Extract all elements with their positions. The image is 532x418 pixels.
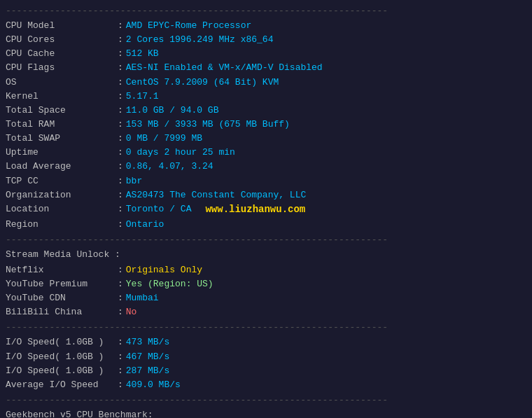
row-label: Average I/O Speed	[6, 378, 118, 392]
row-label: CPU Cores	[6, 33, 118, 47]
list-item: Average I/O Speed: 409.0 MB/s	[6, 378, 526, 392]
row-value: 0 days 2 hour 25 min	[126, 146, 235, 160]
io-speed-section: I/O Speed( 1.0GB ): 473 MB/sI/O Speed( 1…	[6, 335, 526, 392]
row-label: Region	[6, 218, 118, 232]
row-colon: :	[118, 61, 123, 75]
row-colon: :	[118, 350, 123, 364]
row-label: YouTube CDN	[6, 291, 118, 305]
row-label: I/O Speed( 1.0GB )	[6, 350, 118, 364]
divider-io: ----------------------------------------…	[6, 322, 526, 333]
list-item: I/O Speed( 1.0GB ): 473 MB/s	[6, 335, 526, 349]
row-colon: :	[118, 218, 123, 232]
list-item: Total SWAP: 0 MB / 7999 MB	[6, 132, 526, 146]
list-item: CPU Cores: 2 Cores 1996.249 MHz x86_64	[6, 33, 526, 47]
row-colon: :	[118, 47, 123, 61]
row-value: 467 MB/s	[126, 350, 169, 364]
row-value: 287 MB/s	[126, 364, 169, 378]
list-item: OS: CentOS 7.9.2009 (64 Bit) KVM	[6, 76, 526, 90]
row-value: 512 KB	[126, 47, 159, 61]
list-item: TCP CC: bbr	[6, 174, 526, 188]
row-label: I/O Speed( 1.0GB )	[6, 364, 118, 378]
row-label: TCP CC	[6, 174, 118, 188]
row-colon: :	[118, 277, 123, 291]
list-item: Load Average: 0.86, 4.07, 3.24	[6, 160, 526, 174]
row-label: Load Average	[6, 160, 118, 174]
list-item: Total RAM: 153 MB / 3933 MB (675 MB Buff…	[6, 118, 526, 132]
row-value: bbr	[126, 174, 142, 188]
row-colon: :	[118, 291, 123, 305]
row-colon: :	[118, 202, 123, 218]
list-item: Netflix: Originals Only	[6, 263, 526, 277]
list-item: I/O Speed( 1.0GB ): 467 MB/s	[6, 350, 526, 364]
row-colon: :	[118, 104, 123, 118]
row-colon: :	[118, 364, 123, 378]
row-label: Total Space	[6, 104, 118, 118]
row-colon: :	[118, 90, 123, 104]
list-item: BiliBili China: No	[6, 305, 526, 319]
row-colon: :	[118, 305, 123, 319]
list-item: Location: Toronto / CAwww.liuzhanwu.com	[6, 202, 526, 218]
row-colon: :	[118, 335, 123, 349]
row-value: Mumbai	[126, 291, 159, 305]
row-label: I/O Speed( 1.0GB )	[6, 335, 118, 349]
divider-top: ----------------------------------------…	[6, 6, 526, 16]
divider-stream: ----------------------------------------…	[6, 235, 526, 245]
row-value: AES-NI Enabled & VM-x/AMD-V Disabled	[126, 61, 323, 75]
row-label: CPU Flags	[6, 61, 118, 75]
row-colon: :	[118, 174, 123, 188]
row-label: BiliBili China	[6, 305, 118, 319]
row-label: Location	[6, 202, 118, 218]
row-label: Uptime	[6, 146, 118, 160]
row-value: AS20473 The Constant Company, LLC	[126, 188, 306, 202]
row-value: Ontario	[126, 218, 164, 232]
row-value: AMD EPYC-Rome Processor	[126, 19, 251, 33]
row-label: CPU Cache	[6, 47, 118, 61]
row-label: Netflix	[6, 263, 118, 277]
row-label: Organization	[6, 188, 118, 202]
row-label: OS	[6, 76, 118, 90]
row-value: 11.0 GB / 94.0 GB	[126, 104, 219, 118]
geekbench-section-title: Geekbench v5 CPU Benchmark:	[6, 408, 526, 418]
list-item: Uptime: 0 days 2 hour 25 min	[6, 146, 526, 160]
row-colon: :	[118, 378, 123, 392]
row-value: 473 MB/s	[126, 335, 169, 349]
list-item: I/O Speed( 1.0GB ): 287 MB/s	[6, 364, 526, 378]
row-value: 0 MB / 7999 MB	[126, 132, 202, 146]
row-colon: :	[118, 263, 123, 277]
geekbench-title-label: Geekbench v5 CPU Benchmark:	[6, 408, 153, 418]
row-value: 153 MB / 3933 MB (675 MB Buff)	[126, 118, 290, 132]
row-colon: :	[118, 160, 123, 174]
row-value: Yes (Region: US)	[126, 277, 214, 291]
row-label: CPU Model	[6, 19, 118, 33]
list-item: YouTube CDN: Mumbai	[6, 291, 526, 305]
row-colon: :	[118, 118, 123, 132]
watermark: www.liuzhanwu.com	[205, 202, 305, 218]
row-value: 5.17.1	[126, 90, 159, 104]
row-label: YouTube Premium	[6, 277, 118, 291]
row-colon: :	[118, 33, 123, 47]
list-item: Total Space: 11.0 GB / 94.0 GB	[6, 104, 526, 118]
row-colon: :	[118, 132, 123, 146]
stream-section-title: Stream Media Unlock :	[6, 248, 526, 262]
list-item: YouTube Premium: Yes (Region: US)	[6, 277, 526, 291]
row-colon: :	[118, 146, 123, 160]
row-value: CentOS 7.9.2009 (64 Bit) KVM	[126, 76, 279, 90]
row-value: 0.86, 4.07, 3.24	[126, 160, 214, 174]
row-colon: :	[118, 19, 123, 33]
list-item: CPU Flags: AES-NI Enabled & VM-x/AMD-V D…	[6, 61, 526, 75]
list-item: Region: Ontario	[6, 218, 526, 232]
row-value: 2 Cores 1996.249 MHz x86_64	[126, 33, 274, 47]
row-value: Originals Only	[126, 263, 202, 277]
row-colon: :	[118, 188, 123, 202]
row-value: Toronto / CA	[126, 202, 192, 218]
list-item: Organization: AS20473 The Constant Compa…	[6, 188, 526, 202]
row-label: Total RAM	[6, 118, 118, 132]
row-colon: :	[118, 76, 123, 90]
row-value: No	[126, 305, 137, 319]
list-item: CPU Model: AMD EPYC-Rome Processor	[6, 19, 526, 33]
system-info-section: CPU Model: AMD EPYC-Rome ProcessorCPU Co…	[6, 19, 526, 232]
stream-info-section: Netflix: Originals OnlyYouTube Premium: …	[6, 263, 526, 320]
row-label: Kernel	[6, 90, 118, 104]
list-item: Kernel: 5.17.1	[6, 90, 526, 104]
row-value: 409.0 MB/s	[126, 378, 181, 392]
